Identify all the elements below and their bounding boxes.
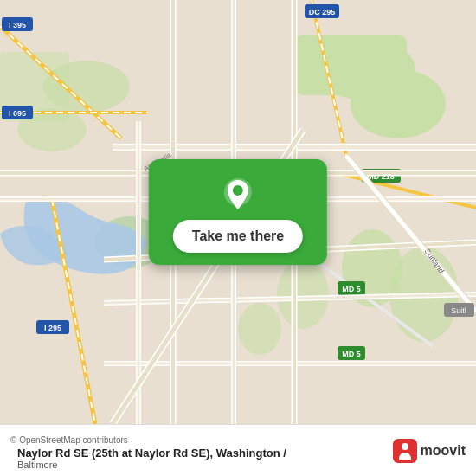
svg-text:DC 295: DC 295 [309, 8, 336, 16]
svg-text:I 295: I 295 [44, 324, 61, 332]
svg-rect-3 [294, 35, 407, 95]
svg-point-6 [277, 260, 329, 329]
svg-text:MD 5: MD 5 [342, 285, 361, 293]
svg-point-67 [402, 443, 408, 450]
location-pin-icon [219, 175, 257, 213]
map-container: I 395 I 695 DC 295 I 295 MD 218 MD 5 MD … [0, 0, 476, 424]
green-card[interactable]: Take me there [149, 159, 327, 265]
moovit-text: moovit [421, 443, 466, 459]
moovit-icon [393, 439, 417, 463]
button-overlay: Take me there [149, 159, 327, 265]
bottom-bar: © OpenStreetMap contributors Naylor Rd S… [0, 424, 476, 476]
location-title: Naylor Rd SE (25th at Naylor Rd SE), Was… [17, 447, 286, 460]
svg-text:I 695: I 695 [9, 109, 26, 118]
location-info: Naylor Rd SE (25th at Naylor Rd SE), Was… [17, 447, 286, 470]
svg-point-7 [238, 303, 281, 355]
svg-text:Suitl: Suitl [451, 306, 466, 315]
location-subtitle: Baltimore [17, 460, 57, 470]
svg-text:MD 5: MD 5 [342, 350, 361, 358]
svg-point-65 [233, 185, 243, 196]
moovit-logo: moovit [393, 439, 466, 463]
take-me-there-button[interactable]: Take me there [173, 220, 303, 253]
copyright-text: © OpenStreetMap contributors [10, 435, 128, 445]
bottom-left-info: © OpenStreetMap contributors Naylor Rd S… [10, 431, 286, 470]
svg-text:I 395: I 395 [9, 21, 26, 29]
